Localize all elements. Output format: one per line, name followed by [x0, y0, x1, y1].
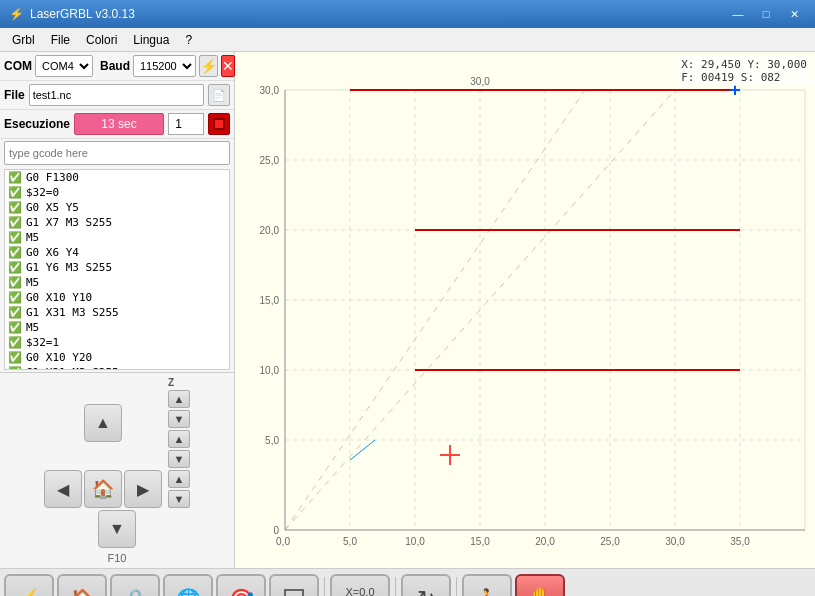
tool-laser-button[interactable]: ⚡ [4, 574, 54, 597]
exec-count-input[interactable] [168, 113, 204, 135]
jog-up-button[interactable]: ▲ [84, 404, 122, 442]
gcode-text: G0 X5 Y5 [26, 201, 79, 214]
jog-left-button[interactable]: ◀ [44, 470, 82, 508]
app-icon: ⚡ [8, 6, 24, 22]
svg-text:15,0: 15,0 [470, 536, 490, 547]
lightning-icon: ⚡ [17, 587, 42, 597]
gcode-status-icon: ✅ [8, 201, 22, 214]
menu-grbl[interactable]: Grbl [4, 31, 43, 49]
minimize-button[interactable]: — [725, 4, 751, 24]
gcode-line[interactable]: ✅M5 [5, 320, 229, 335]
disconnect-button[interactable]: ✕ [221, 55, 235, 77]
gcode-status-icon: ✅ [8, 246, 22, 259]
gcode-line[interactable]: ✅G0 X6 Y4 [5, 245, 229, 260]
canvas-area[interactable]: 0,0 5,0 10,0 15,0 20,0 25,0 30,0 35,0 0 … [235, 52, 815, 568]
tool-walk-button[interactable]: 🚶 [462, 574, 512, 597]
gcode-line[interactable]: ✅$32=0 [5, 185, 229, 200]
exec-stop-button[interactable] [208, 113, 230, 135]
tool-stop-button[interactable]: ✋ [515, 574, 565, 597]
gcode-status-icon: ✅ [8, 366, 22, 370]
toolbar-separator-3 [456, 577, 457, 597]
menu-lingua[interactable]: Lingua [125, 31, 177, 49]
gcode-status-icon: ✅ [8, 216, 22, 229]
svg-text:5,0: 5,0 [265, 435, 279, 446]
gcode-text: M5 [26, 231, 39, 244]
maximize-button[interactable]: □ [753, 4, 779, 24]
gcode-line[interactable]: ✅M5 [5, 275, 229, 290]
gcode-line[interactable]: ✅M5 [5, 230, 229, 245]
gcode-text: $32=1 [26, 336, 59, 349]
gcode-status-icon: ✅ [8, 321, 22, 334]
gcode-line[interactable]: ✅G0 X10 Y10 [5, 290, 229, 305]
connect-button[interactable]: ⚡ [199, 55, 218, 77]
left-panel: COM COM4 Baud 115200 ⚡ ✕ File 📄 Esecuzio… [0, 52, 235, 568]
file-browse-button[interactable]: 📄 [208, 84, 230, 106]
file-input[interactable] [29, 84, 204, 106]
jog-right-button[interactable]: ▶ [124, 470, 162, 508]
gcode-text: M5 [26, 321, 39, 334]
walk-icon: 🚶 [475, 587, 500, 597]
target-icon: 🎯 [229, 587, 254, 597]
exec-row: Esecuzione 13 sec [0, 110, 234, 139]
svg-text:5,0: 5,0 [343, 536, 357, 547]
tool-home-button[interactable]: 🏠 [57, 574, 107, 597]
gcode-status-icon: ✅ [8, 291, 22, 304]
gcode-input[interactable] [4, 141, 230, 165]
gcode-text: G1 X31 M3 S255 [26, 366, 119, 370]
svg-text:20,0: 20,0 [260, 225, 280, 236]
file-row: File 📄 [0, 81, 234, 110]
globe-icon: 🌐 [176, 587, 201, 597]
jog-z-controls: Z ▲ ▼ ▲ ▼ [168, 377, 190, 468]
gcode-line[interactable]: ✅G1 X31 M3 S255 [5, 305, 229, 320]
gcode-line[interactable]: ✅$32=1 [5, 335, 229, 350]
svg-text:0: 0 [273, 525, 279, 536]
gcode-line[interactable]: ✅G0 X5 Y5 [5, 200, 229, 215]
coord-x-button[interactable]: X=0,0 Y=0,0 [330, 574, 390, 597]
jog-z-down2-button[interactable]: ▼ [168, 450, 190, 468]
menubar: Grbl File Colori Lingua ? [0, 28, 815, 52]
com-select[interactable]: COM4 [35, 55, 93, 77]
exec-time-button[interactable]: 13 sec [74, 113, 164, 135]
jog-z-up-button[interactable]: ▲ [168, 390, 190, 408]
exec-label: Esecuzione [4, 117, 70, 131]
tool-globe-button[interactable]: 🌐 [163, 574, 213, 597]
gcode-list[interactable]: ✅G0 F1300✅$32=0✅G0 X5 Y5✅G1 X7 M3 S255✅M… [4, 169, 230, 370]
tool-target-button[interactable]: 🎯 [216, 574, 266, 597]
toolbar-separator-2 [395, 577, 396, 597]
toolbar-separator-1 [324, 577, 325, 597]
jog-z-down-button[interactable]: ▼ [168, 410, 190, 428]
gcode-status-icon: ✅ [8, 171, 22, 184]
menu-file[interactable]: File [43, 31, 78, 49]
f-coord: F: 00419 S: 082 [681, 71, 807, 84]
gcode-line[interactable]: ✅G1 X7 M3 S255 [5, 215, 229, 230]
svg-text:25,0: 25,0 [600, 536, 620, 547]
gcode-line[interactable]: ✅G0 F1300 [5, 170, 229, 185]
gcode-status-icon: ✅ [8, 231, 22, 244]
x-coord: X: 29,450 Y: 30,000 [681, 58, 807, 71]
close-button[interactable]: ✕ [781, 4, 807, 24]
gcode-line[interactable]: ✅G0 X10 Y20 [5, 350, 229, 365]
tool-frame-button[interactable] [269, 574, 319, 597]
jog-z-up2-button[interactable]: ▲ [168, 430, 190, 448]
x-coord-label: X=0,0 [345, 586, 374, 597]
canvas-svg: 0,0 5,0 10,0 15,0 20,0 25,0 30,0 35,0 0 … [235, 52, 815, 568]
jog-home-button[interactable]: 🏠 [84, 470, 122, 508]
z-label: Z [168, 377, 190, 388]
menu-help[interactable]: ? [177, 31, 200, 49]
tool-lock-button[interactable]: 🔒 [110, 574, 160, 597]
baud-select[interactable]: 115200 [133, 55, 196, 77]
jog-down-button[interactable]: ▼ [98, 510, 136, 548]
gcode-text: G0 F1300 [26, 171, 79, 184]
tool-rotate-button[interactable]: ↻ [401, 574, 451, 597]
jog-panel: ▲ Z ▲ ▼ ▲ ▼ ◀ 🏠 ▶ ▲ ▼ [0, 372, 234, 568]
jog-z4-button[interactable]: ▼ [168, 490, 190, 508]
baud-label: Baud [100, 59, 130, 73]
svg-text:30,0: 30,0 [470, 76, 490, 87]
gcode-text: G0 X10 Y20 [26, 351, 92, 364]
gcode-line[interactable]: ✅G1 X31 M3 S255 [5, 365, 229, 370]
menu-colori[interactable]: Colori [78, 31, 125, 49]
stop-icon [213, 118, 225, 130]
gcode-line[interactable]: ✅G1 Y6 M3 S255 [5, 260, 229, 275]
jog-z3-button[interactable]: ▲ [168, 470, 190, 488]
gcode-status-icon: ✅ [8, 351, 22, 364]
